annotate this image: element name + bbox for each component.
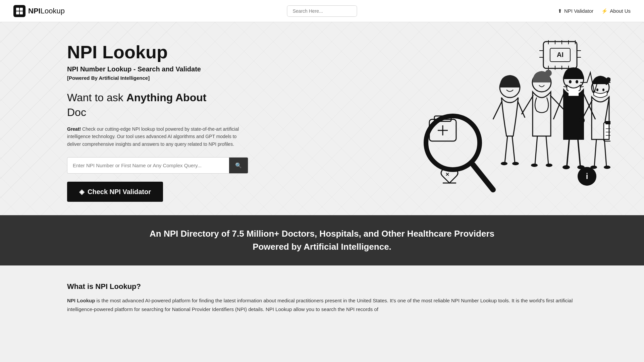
svg-line-17 — [512, 136, 515, 163]
svg-line-32 — [553, 93, 564, 119]
hero-subtitle: NPI Number Lookup - Search and Validate — [67, 65, 302, 73]
tagline-part1: Want to ask — [67, 92, 126, 104]
svg-rect-1 — [20, 8, 23, 11]
npi-lookup-bold: NPI Lookup — [67, 298, 95, 303]
svg-point-52 — [604, 166, 610, 169]
hero-search-bar: 🔍 — [67, 157, 248, 174]
hero-powered: [Powered By Artificial Intelligence] — [67, 75, 302, 81]
svg-point-36 — [562, 165, 570, 169]
banner-section: An NPI Directory of 7.5 Million+ Doctors… — [0, 215, 644, 265]
svg-rect-2 — [16, 11, 19, 14]
header-nav: ⬆ NPI Validator ⚡ About Us — [558, 8, 631, 14]
cta-label: Check NPI Validator — [88, 188, 151, 196]
banner-text: An NPI Directory of 7.5 Million+ Doctors… — [121, 227, 523, 253]
svg-line-35 — [578, 139, 580, 166]
svg-line-50 — [604, 139, 606, 166]
logo-icon — [13, 5, 25, 17]
header: NPILookup ⬆ NPI Validator ⚡ About Us — [0, 0, 644, 22]
hero-tagline-line2: Doc — [67, 106, 302, 119]
svg-point-54 — [602, 88, 604, 91]
svg-line-22 — [522, 95, 533, 114]
tagline-bold: Anything About — [126, 92, 207, 104]
lightning-icon: ⚡ — [601, 8, 608, 14]
hero-content: NPI Lookup NPI Number Lookup - Search an… — [67, 42, 302, 202]
hero-tagline: Want to ask Anything About — [67, 91, 302, 105]
hero-illustration: AI i — [423, 36, 610, 210]
what-is-title: What is NPI Lookup? — [67, 282, 577, 291]
svg-line-25 — [546, 136, 548, 165]
logo-text: NPILookup — [28, 7, 65, 15]
bottom-section: What is NPI Lookup? NPI Lookup is the mo… — [0, 265, 644, 327]
svg-point-21 — [545, 70, 552, 76]
banner-line1: An NPI Directory of 7.5 Million+ Doctors… — [150, 229, 494, 239]
svg-point-38 — [569, 80, 572, 83]
svg-point-26 — [531, 164, 538, 167]
hero-search-button[interactable]: 🔍 — [229, 158, 248, 173]
upload-icon: ⬆ — [558, 8, 562, 14]
svg-line-15 — [518, 101, 525, 118]
svg-point-18 — [501, 162, 507, 165]
hero-title: NPI Lookup — [67, 42, 302, 62]
svg-rect-3 — [20, 11, 23, 14]
svg-point-4 — [426, 116, 480, 170]
svg-point-39 — [576, 80, 578, 83]
what-is-text: NPI Lookup is the most advanced AI-power… — [67, 296, 577, 313]
nav-item-about-us[interactable]: ⚡ About Us — [601, 8, 631, 14]
nav-label-npi-validator: NPI Validator — [564, 8, 593, 14]
header-search-container — [287, 5, 357, 17]
svg-line-34 — [567, 139, 569, 166]
svg-line-49 — [594, 139, 596, 166]
illustration-svg: AI i — [423, 36, 610, 210]
header-search-input[interactable] — [287, 5, 357, 17]
svg-line-5 — [473, 165, 493, 190]
nav-item-npi-validator[interactable]: ⬆ NPI Validator — [558, 8, 593, 14]
svg-rect-31 — [569, 89, 579, 96]
cta-validator-button[interactable]: ◈ Check NPI Validator — [67, 182, 163, 202]
svg-text:i: i — [586, 172, 588, 181]
banner-line2: Powered by Artificial Intelligence. — [253, 242, 391, 252]
what-is-body: is the most advanced AI-powered platform… — [67, 298, 573, 312]
diamond-icon: ◈ — [79, 188, 84, 196]
hero-section: NPI Lookup NPI Number Lookup - Search an… — [0, 22, 644, 215]
svg-line-16 — [505, 136, 507, 163]
svg-point-19 — [512, 162, 519, 165]
svg-point-53 — [596, 88, 598, 91]
hero-search-input[interactable] — [67, 158, 229, 173]
search-icon: 🔍 — [235, 163, 242, 168]
logo[interactable]: NPILookup — [13, 5, 65, 17]
svg-point-27 — [546, 164, 552, 167]
hero-description: Great! Check our cutting-edge NPI lookup… — [67, 125, 248, 148]
svg-rect-43 — [605, 121, 610, 124]
svg-line-14 — [493, 101, 502, 119]
nav-label-about-us: About Us — [610, 8, 631, 14]
description-bold: Great! — [67, 126, 81, 132]
svg-line-23 — [550, 95, 564, 109]
svg-text:AI: AI — [557, 51, 564, 58]
description-text: Check our cutting-edge NPI lookup tool p… — [67, 126, 239, 147]
svg-line-24 — [535, 136, 537, 165]
svg-rect-0 — [16, 8, 19, 11]
